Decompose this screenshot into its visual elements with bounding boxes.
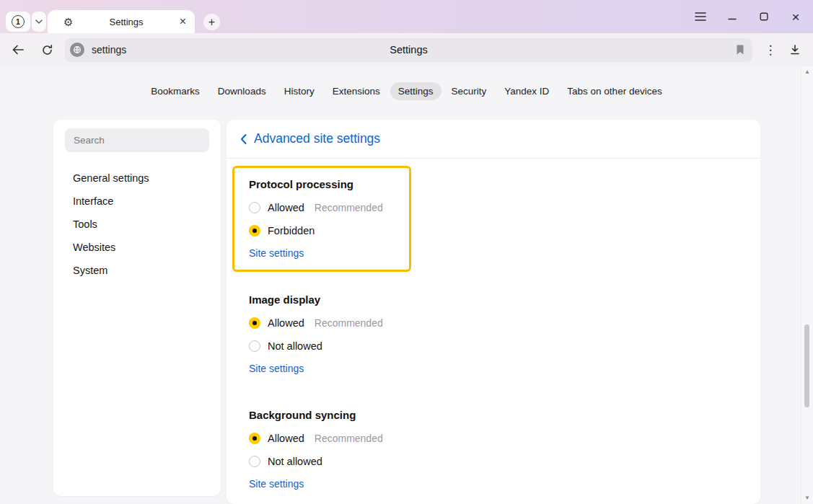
- option-label: Allowed: [268, 317, 304, 329]
- tab-count-badge: 1: [12, 15, 25, 28]
- minimize-icon: [728, 12, 737, 21]
- nav-item-yandex-id[interactable]: Yandex ID: [496, 82, 557, 100]
- tab-group-chevron-button[interactable]: [32, 12, 46, 32]
- option-note: Recommended: [315, 433, 383, 444]
- option-label: Allowed: [268, 202, 304, 213]
- tab-title: Settings: [73, 17, 179, 27]
- site-settings-link[interactable]: Site settings: [249, 478, 304, 490]
- window-controls: ×: [685, 0, 812, 33]
- radio-indicator: [249, 433, 260, 444]
- main-panel: Advanced site settings Protocol processi…: [227, 120, 760, 504]
- titlebar: 1 ⚙ Settings × + ×: [0, 0, 813, 33]
- option-label: Forbidden: [268, 225, 315, 236]
- option-forbidden[interactable]: Forbidden: [249, 219, 409, 242]
- kebab-icon: ⋮: [765, 43, 777, 58]
- nav-item-bookmarks[interactable]: Bookmarks: [143, 82, 208, 100]
- settings-tab[interactable]: ⚙ Settings ×: [48, 10, 195, 33]
- reload-button[interactable]: [38, 39, 56, 61]
- new-tab-button[interactable]: +: [203, 14, 220, 30]
- browser-toolbar: settings Settings ⋮: [0, 33, 813, 66]
- scrollbar-track[interactable]: ▲ ▼: [801, 66, 813, 504]
- option-note: Recommended: [315, 202, 383, 213]
- more-actions-button[interactable]: ⋮: [761, 39, 780, 61]
- nav-item-settings[interactable]: Settings: [390, 82, 441, 100]
- radio-indicator: [249, 317, 260, 329]
- window-close-button[interactable]: ×: [780, 0, 812, 33]
- radio-indicator: [249, 202, 260, 213]
- nav-item-downloads[interactable]: Downloads: [210, 82, 274, 100]
- nav-item-history[interactable]: History: [276, 82, 322, 100]
- radio-group: Allowed Recommended Not allowed: [249, 311, 409, 358]
- page-title: Settings: [65, 44, 752, 56]
- site-settings-link[interactable]: Site settings: [249, 247, 304, 259]
- bookmark-icon: [735, 44, 745, 56]
- menu-button[interactable]: [685, 0, 716, 33]
- radio-indicator: [249, 225, 260, 236]
- bookmark-button[interactable]: [735, 44, 745, 56]
- section-title: Background syncing: [249, 408, 409, 423]
- chevron-left-icon: [239, 133, 247, 145]
- section-background-syncing: Background syncing Allowed Recommended N…: [232, 397, 411, 492]
- scroll-down-button[interactable]: ▼: [801, 495, 813, 502]
- search-input[interactable]: [74, 135, 201, 146]
- option-allowed[interactable]: Allowed Recommended: [249, 196, 409, 219]
- option-not-allowed[interactable]: Not allowed: [249, 450, 409, 473]
- sidebar-item-general-settings[interactable]: General settings: [53, 167, 221, 190]
- sidebar-item-websites[interactable]: Websites: [53, 236, 221, 259]
- plus-icon: +: [208, 17, 215, 28]
- back-button[interactable]: [9, 39, 27, 61]
- close-icon: ×: [791, 10, 799, 24]
- option-label: Not allowed: [268, 456, 322, 467]
- nav-item-extensions[interactable]: Extensions: [325, 82, 388, 100]
- tab-close-button[interactable]: ×: [180, 16, 186, 27]
- advanced-settings-back-link[interactable]: Advanced site settings: [227, 120, 760, 159]
- option-label: Not allowed: [268, 340, 322, 352]
- sidebar-items: General settings Interface Tools Website…: [53, 167, 221, 282]
- hamburger-icon: [695, 12, 706, 21]
- section-title: Image display: [249, 293, 409, 307]
- back-arrow-icon: [11, 44, 25, 56]
- chevron-down-icon: [35, 19, 43, 24]
- maximize-icon: [760, 12, 768, 21]
- gear-icon: ⚙: [63, 17, 73, 27]
- reload-icon: [41, 44, 53, 56]
- scroll-up-button[interactable]: ▲: [801, 68, 813, 76]
- tab-group-control: 1: [6, 12, 46, 32]
- address-bar[interactable]: settings Settings: [65, 38, 752, 62]
- url-text: settings: [92, 44, 126, 56]
- download-icon: [789, 44, 801, 56]
- option-note: Recommended: [315, 317, 383, 329]
- section-heading: Advanced site settings: [254, 131, 380, 146]
- nav-item-tabs-other-devices[interactable]: Tabs on other devices: [559, 82, 669, 100]
- option-allowed[interactable]: Allowed Recommended: [249, 311, 409, 335]
- settings-nav: Bookmarks Downloads History Extensions S…: [0, 82, 813, 100]
- minimize-button[interactable]: [716, 0, 748, 33]
- option-allowed[interactable]: Allowed Recommended: [249, 427, 409, 450]
- tab-group-button[interactable]: 1: [6, 12, 30, 32]
- downloads-button[interactable]: [786, 39, 804, 61]
- radio-group: Allowed Recommended Forbidden: [249, 196, 409, 242]
- site-settings-link[interactable]: Site settings: [249, 363, 304, 374]
- search-box: [65, 128, 209, 152]
- sidebar-item-tools[interactable]: Tools: [53, 213, 221, 236]
- maximize-button[interactable]: [748, 0, 780, 33]
- option-label: Allowed: [268, 433, 304, 444]
- section-image-display: Image display Allowed Recommended Not al…: [232, 281, 411, 377]
- section-protocol-processing: Protocol processing Allowed Recommended …: [232, 166, 411, 272]
- section-title: Protocol processing: [249, 177, 409, 192]
- nav-item-security[interactable]: Security: [444, 82, 495, 100]
- option-not-allowed[interactable]: Not allowed: [249, 335, 409, 358]
- settings-sidebar: General settings Interface Tools Website…: [53, 120, 221, 496]
- sidebar-item-interface[interactable]: Interface: [53, 190, 221, 213]
- radio-group: Allowed Recommended Not allowed: [249, 427, 409, 473]
- scrollbar-thumb[interactable]: [804, 324, 809, 407]
- radio-indicator: [249, 456, 260, 467]
- radio-indicator: [249, 340, 260, 352]
- sidebar-item-system[interactable]: System: [53, 259, 221, 282]
